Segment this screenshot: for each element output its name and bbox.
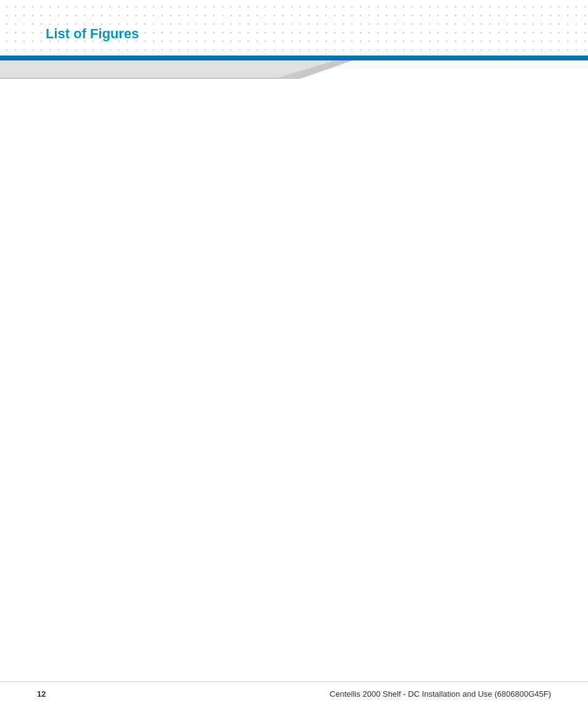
- diagonal-decoration: [0, 60, 588, 79]
- blue-accent-bar: [0, 55, 588, 60]
- page-footer: 12 Centellis 2000 Shelf - DC Installatio…: [0, 681, 588, 706]
- footer-document-title: Centellis 2000 Shelf - DC Installation a…: [330, 689, 551, 699]
- header-area: List of Figures: [0, 0, 588, 55]
- page-title: List of Figures: [46, 26, 139, 42]
- main-content-area: [0, 79, 588, 671]
- diagonal-shape-light: [0, 60, 335, 78]
- footer-page-number: 12: [37, 689, 46, 699]
